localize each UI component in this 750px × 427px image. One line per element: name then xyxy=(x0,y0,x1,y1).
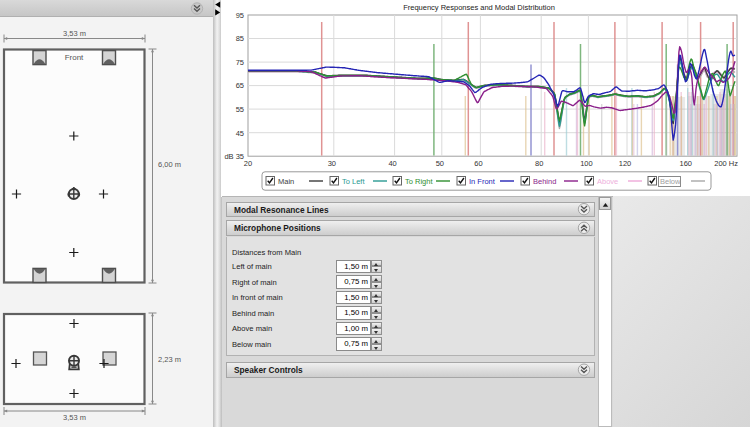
svg-text:Main: Main xyxy=(278,177,294,186)
svg-text:To Right: To Right xyxy=(405,177,433,186)
svg-text:Above: Above xyxy=(597,177,618,186)
svg-text:3,53 m: 3,53 m xyxy=(63,29,86,38)
svg-text:6,00 m: 6,00 m xyxy=(158,160,181,169)
svg-text:To Left: To Left xyxy=(342,177,365,186)
svg-text:Below: Below xyxy=(660,177,681,186)
svg-text:3,53 m: 3,53 m xyxy=(63,413,86,422)
svg-text:In Front: In Front xyxy=(469,177,496,186)
svg-text:Behind: Behind xyxy=(533,177,556,186)
svg-text:2,23 m: 2,23 m xyxy=(158,355,181,364)
svg-text:Front: Front xyxy=(65,53,84,62)
